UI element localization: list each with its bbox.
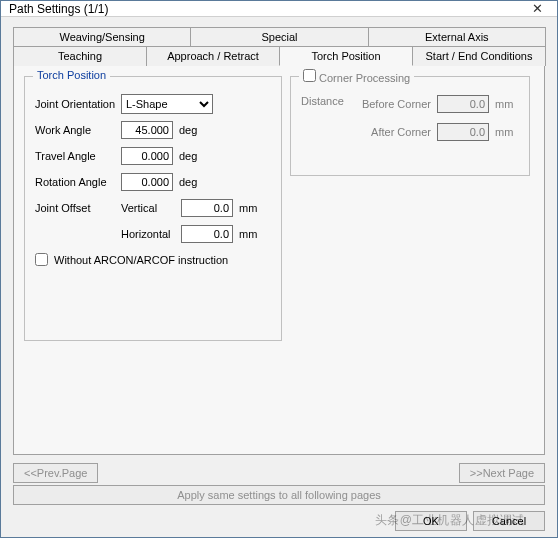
- label-horizontal: Horizontal: [121, 228, 181, 240]
- label-joint-offset: Joint Offset: [35, 202, 121, 214]
- unit-deg: deg: [179, 124, 197, 136]
- tab-row-lower: Teaching Approach / Retract Torch Positi…: [13, 46, 545, 66]
- cancel-button[interactable]: Cancel: [473, 511, 545, 531]
- label-travel-angle: Travel Angle: [35, 150, 121, 162]
- unit-mm: mm: [239, 228, 257, 240]
- unit-mm: mm: [495, 98, 513, 110]
- nav-row: <<Prev.Page >>Next Page: [13, 463, 545, 483]
- tabpage-torch-position: Torch Position Joint Orientation L-Shape…: [13, 65, 545, 455]
- tab-torch-position[interactable]: Torch Position: [279, 46, 413, 66]
- tabstrip: Weaving/Sensing Special External Axis Te…: [13, 27, 545, 455]
- select-joint-orientation[interactable]: L-Shape: [121, 94, 213, 114]
- unit-deg: deg: [179, 150, 197, 162]
- path-settings-window: Path Settings (1/1) ✕ Weaving/Sensing Sp…: [0, 0, 558, 538]
- checkbox-without-arcon[interactable]: [35, 253, 48, 266]
- footer-row: OK Cancel 头条@工业机器人虚拟调试: [13, 511, 545, 531]
- label-work-angle: Work Angle: [35, 124, 121, 136]
- group-torch-position: Torch Position Joint Orientation L-Shape…: [24, 76, 282, 341]
- label-rotation-angle: Rotation Angle: [35, 176, 121, 188]
- ok-button[interactable]: OK: [395, 511, 467, 531]
- close-button[interactable]: ✕: [517, 1, 557, 16]
- unit-mm: mm: [239, 202, 257, 214]
- tab-row-upper: Weaving/Sensing Special External Axis: [13, 27, 545, 46]
- group-torch-legend: Torch Position: [33, 69, 110, 81]
- label-before-corner: Before Corner: [359, 98, 437, 110]
- input-joint-offset-horizontal[interactable]: [181, 225, 233, 243]
- prev-page-button: <<Prev.Page: [13, 463, 98, 483]
- input-work-angle[interactable]: [121, 121, 173, 139]
- group-corner-processing: Corner Processing Distance Before Corner…: [290, 76, 530, 176]
- input-travel-angle[interactable]: [121, 147, 173, 165]
- input-rotation-angle[interactable]: [121, 173, 173, 191]
- client-area: Weaving/Sensing Special External Axis Te…: [1, 17, 557, 537]
- group-corner-legend: Corner Processing: [299, 69, 414, 84]
- tab-teaching[interactable]: Teaching: [13, 46, 147, 66]
- unit-deg: deg: [179, 176, 197, 188]
- next-page-button: >>Next Page: [459, 463, 545, 483]
- tab-weaving-sensing[interactable]: Weaving/Sensing: [13, 27, 191, 46]
- window-title: Path Settings (1/1): [9, 2, 517, 16]
- titlebar: Path Settings (1/1) ✕: [1, 1, 557, 17]
- label-distance: Distance: [301, 95, 344, 107]
- label-joint-orientation: Joint Orientation: [35, 98, 121, 110]
- tab-start-end-conditions[interactable]: Start / End Conditions: [412, 46, 546, 66]
- input-after-corner: [437, 123, 489, 141]
- tab-approach-retract[interactable]: Approach / Retract: [146, 46, 280, 66]
- apply-all-button: Apply same settings to all following pag…: [13, 485, 545, 505]
- close-icon: ✕: [532, 1, 543, 16]
- checkbox-corner-processing[interactable]: [303, 69, 316, 82]
- input-before-corner: [437, 95, 489, 113]
- tab-special[interactable]: Special: [190, 27, 368, 46]
- label-without-arcon: Without ARCON/ARCOF instruction: [54, 254, 228, 266]
- unit-mm: mm: [495, 126, 513, 138]
- label-after-corner: After Corner: [359, 126, 437, 138]
- tab-external-axis[interactable]: External Axis: [368, 27, 546, 46]
- input-joint-offset-vertical[interactable]: [181, 199, 233, 217]
- label-vertical: Vertical: [121, 202, 181, 214]
